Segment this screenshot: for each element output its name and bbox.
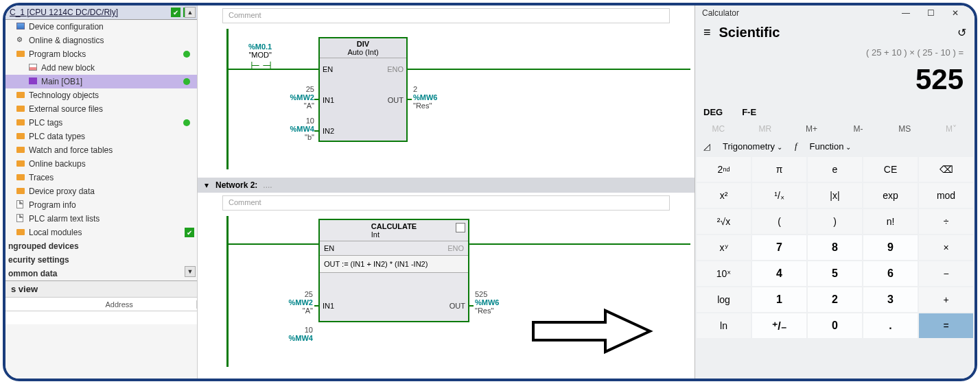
calc-key-button[interactable]: 2nd <box>697 157 751 182</box>
trig-dropdown[interactable]: Trigonometry <box>723 141 782 152</box>
maximize-icon[interactable]: ☐ <box>918 8 943 18</box>
close-icon[interactable]: ✕ <box>943 8 968 18</box>
calc-key-button[interactable]: 1 <box>752 287 806 312</box>
calc-key-button[interactable]: 4 <box>752 261 806 286</box>
tree-item[interactable]: Technology objects <box>5 88 197 102</box>
calc-key-button[interactable]: xʸ <box>697 235 751 260</box>
tree-item[interactable]: PLC data types <box>5 130 197 143</box>
calc-key-button[interactable]: ) <box>808 209 862 234</box>
contact-symbol: ⊢ ⊣ <box>248 59 272 72</box>
function-dropdown[interactable]: Function <box>810 141 852 152</box>
calc-key-button[interactable]: 8 <box>808 235 862 260</box>
mem-m--button[interactable]: M- <box>835 124 881 134</box>
calc-key-button[interactable]: − <box>919 261 973 286</box>
contact-name: "MOD" <box>248 51 272 59</box>
tree-cpu-header[interactable]: C_1 [CPU 1214C DC/DC/Rly] ✔ ✔ <box>5 5 197 20</box>
calc-key-button[interactable]: exp <box>863 183 918 208</box>
calc-key-button[interactable]: . <box>863 313 918 338</box>
tree-item[interactable]: Device proxy data <box>5 184 197 198</box>
calculate-block[interactable]: CALCULATE Int EN ENO OUT := (IN1 + IN2) … <box>318 219 469 322</box>
div-block[interactable]: DIV Auto (Int) EN ENO IN1 OUT IN2 <box>318 37 408 142</box>
comment-box[interactable]: Comment <box>222 8 670 23</box>
folder-icon <box>16 118 26 128</box>
tree-item[interactable]: External source files <box>5 102 197 116</box>
contact-mod[interactable]: %M0.1 "MOD" ⊢ ⊣ <box>248 43 272 72</box>
calc-key-button[interactable]: e <box>808 157 862 182</box>
ob-icon <box>29 77 38 86</box>
tree-item[interactable]: Online backups <box>5 157 197 171</box>
tree-item[interactable]: ⚙Online & diagnostics <box>5 34 197 47</box>
calc-titlebar: Calculator — ☐ ✕ <box>695 5 975 21</box>
scroll-down-icon[interactable]: ▼ <box>185 266 196 277</box>
calc-key-button[interactable]: ÷ <box>919 209 973 234</box>
tree-item[interactable]: Watch and force tables <box>5 143 197 157</box>
calc-key-button[interactable]: ln <box>697 313 751 338</box>
comment-box-2[interactable]: Comment <box>222 195 670 211</box>
tree-item[interactable]: Main [OB1] <box>5 75 197 88</box>
tree-item[interactable]: Program blocks <box>5 47 197 61</box>
calc-key-button[interactable]: ⁺/₋ <box>752 313 806 338</box>
collapse-icon[interactable]: ▾ <box>203 182 210 189</box>
tree-item[interactable]: PLC alarm text lists <box>5 212 197 226</box>
calc-key-button[interactable]: π <box>752 157 806 182</box>
calc-in1-tag[interactable]: 25 %MW2 "A" <box>272 290 313 315</box>
calc-key-button[interactable]: ¹/ₓ <box>752 183 806 208</box>
calc-key-button[interactable]: |x| <box>808 183 862 208</box>
minimize-icon[interactable]: — <box>894 8 918 18</box>
in2-tag[interactable]: 10 %MW4 "b" <box>284 117 314 141</box>
out-tag[interactable]: 2 %MW6 "Res" <box>413 85 437 110</box>
tree-item[interactable]: Program info <box>5 198 197 212</box>
calc-key-button[interactable]: 10ˣ <box>697 261 751 286</box>
history-icon[interactable]: ↺ <box>957 26 966 39</box>
tree-item[interactable]: Add new block <box>5 61 197 75</box>
mem-mc-button[interactable]: MC <box>695 124 742 134</box>
tree-group[interactable]: ommon data <box>5 267 197 280</box>
tag-addr: %MW6 <box>413 93 437 101</box>
calc-display: 525 <box>695 60 975 103</box>
calc-key-button[interactable]: 9 <box>863 235 918 260</box>
calculator-icon[interactable] <box>456 223 465 232</box>
folder-icon <box>16 228 26 237</box>
calc-key-button[interactable]: + <box>919 287 973 312</box>
calc-key-button[interactable]: 2 <box>808 287 862 312</box>
calc-key-button[interactable]: x² <box>697 183 751 208</box>
tree-item[interactable]: PLC tags <box>5 116 197 130</box>
calc-key-button[interactable]: 6 <box>863 261 918 286</box>
hamburger-icon[interactable]: ≡ <box>703 25 711 40</box>
calc-out-tag[interactable]: 525 %MW6 "Res" <box>475 290 499 315</box>
tree-item[interactable]: Device configuration <box>5 20 197 34</box>
calc-in2-tag[interactable]: 10 %MW4 <box>272 326 313 342</box>
network-2-header[interactable]: ▾ Network 2: .... <box>198 178 695 193</box>
mem-m+-button[interactable]: M+ <box>789 124 835 134</box>
calc-key-button[interactable]: mod <box>919 183 973 208</box>
calc-key-button[interactable]: = <box>919 313 973 338</box>
mem-m˅-button[interactable]: M˅ <box>928 124 975 134</box>
calc-key-button[interactable]: ²√x <box>697 209 751 234</box>
mem-ms-button[interactable]: MS <box>881 124 928 134</box>
calc-key-button[interactable]: × <box>919 235 973 260</box>
calc-header: CALCULATE Int <box>320 220 468 241</box>
calc-key-button[interactable]: 0 <box>808 313 862 338</box>
deg-button[interactable]: DEG <box>703 107 723 117</box>
angle-icon: ◿ <box>703 141 710 152</box>
tree-item[interactable]: Traces <box>5 171 197 184</box>
calc-key-button[interactable]: ⌫ <box>919 157 973 182</box>
calc-expression[interactable]: OUT := (IN1 + IN2) * (IN1 -IN2) <box>320 256 468 273</box>
calc-key-button[interactable]: log <box>697 287 751 312</box>
tree-group[interactable]: ngrouped devices <box>5 239 197 253</box>
views-header[interactable]: s view <box>5 280 197 297</box>
calc-key-button[interactable]: 3 <box>863 287 918 312</box>
in1-tag[interactable]: 25 %MW2 "A" <box>284 85 314 110</box>
tree-item[interactable]: Local modules✔ <box>5 226 197 239</box>
scroll-up-icon[interactable]: ▲ <box>185 7 196 18</box>
calc-history[interactable]: ( 25 + 10 ) × ( 25 - 10 ) = <box>695 45 975 60</box>
calc-key-button[interactable]: 5 <box>808 261 862 286</box>
mem-mr-button[interactable]: MR <box>742 124 789 134</box>
tree-group[interactable]: ecurity settings <box>5 253 197 267</box>
fe-button[interactable]: F-E <box>742 107 756 117</box>
calc-key-button[interactable]: 7 <box>752 235 806 260</box>
calc-out: OUT <box>450 302 465 310</box>
calc-key-button[interactable]: CE <box>863 157 918 182</box>
calc-key-button[interactable]: ( <box>752 209 806 234</box>
calc-key-button[interactable]: n! <box>863 209 918 234</box>
